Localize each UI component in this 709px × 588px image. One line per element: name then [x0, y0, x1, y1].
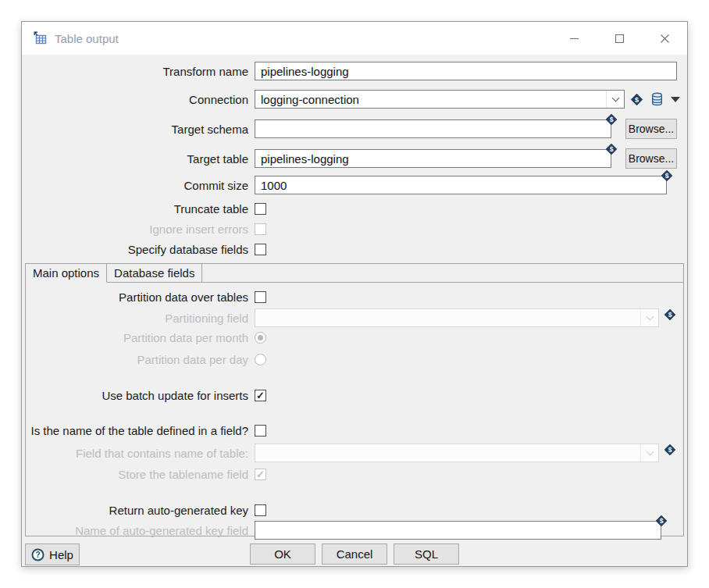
field-with-table-name-combobox — [255, 444, 659, 462]
transform-name-label: Transform name — [22, 65, 255, 78]
tabbar: Main options Database fields — [26, 264, 683, 283]
table-name-in-field-checkbox[interactable] — [255, 425, 266, 437]
variable-icon: $ — [664, 444, 676, 456]
auto-key-field-name-label: Name of auto-generated key field — [26, 524, 255, 537]
partition-over-tables-label: Partition data over tables — [26, 290, 255, 304]
variable-icon: $ — [664, 308, 676, 321]
cancel-button[interactable]: Cancel — [322, 543, 387, 565]
chevron-down-icon — [646, 447, 654, 455]
variable-icon: $ — [661, 169, 673, 182]
use-batch-update-label: Use batch update for inserts — [26, 389, 255, 402]
variable-icon: $ — [605, 113, 618, 126]
ignore-insert-errors-checkbox — [255, 223, 266, 235]
browse-schema-button[interactable]: Browse... — [625, 119, 677, 139]
truncate-table-label: Truncate table — [22, 202, 255, 216]
browse-table-button[interactable]: Browse... — [625, 148, 677, 169]
partitioning-field-combobox — [255, 308, 659, 327]
variable-icon: $ — [605, 143, 618, 155]
target-table-label: Target table — [22, 152, 255, 166]
tab-database-fields[interactable]: Database fields — [107, 264, 202, 283]
chevron-down-icon — [646, 312, 654, 320]
partition-per-month-radio — [255, 332, 266, 344]
minimize-button[interactable] — [551, 22, 597, 55]
svg-text:$: $ — [660, 517, 664, 525]
store-tablename-field-label: Store the tablename field — [26, 468, 255, 481]
specify-database-fields-checkbox[interactable] — [255, 244, 266, 255]
transform-name-input[interactable] — [255, 62, 677, 80]
ok-button[interactable]: OK — [250, 543, 315, 565]
return-auto-key-label: Return auto-generated key — [26, 504, 255, 517]
table-output-step-icon — [32, 30, 48, 46]
variable-icon: $ — [655, 515, 668, 527]
svg-text:$: $ — [610, 145, 614, 153]
partition-over-tables-checkbox[interactable] — [255, 291, 266, 303]
return-auto-key-checkbox[interactable] — [255, 504, 266, 516]
main-form: Transform name Connection logging-connec… — [22, 55, 687, 256]
database-icon[interactable] — [650, 92, 664, 106]
connection-label: Connection — [22, 93, 255, 106]
variable-icon: $ — [630, 93, 643, 106]
svg-text:?: ? — [36, 551, 41, 559]
chevron-down-icon — [611, 94, 619, 102]
field-with-table-name-label: Field that contains name of table: — [26, 447, 255, 460]
titlebar: Table output — [22, 22, 687, 55]
partitioning-field-label: Partitioning field — [26, 312, 255, 325]
partition-per-day-radio — [255, 354, 266, 365]
partition-per-month-label: Partition data per month — [26, 331, 255, 344]
maximize-button[interactable] — [597, 22, 642, 55]
partition-per-day-label: Partition data per day — [26, 353, 255, 366]
help-icon: ? — [31, 548, 45, 561]
target-schema-input[interactable] — [255, 119, 611, 138]
connection-value: logging-connection — [261, 93, 606, 106]
help-button[interactable]: ? Help — [25, 543, 80, 565]
ignore-insert-errors-label: Ignore insert errors — [22, 223, 255, 236]
target-table-input[interactable] — [255, 149, 611, 168]
options-tabfolder: Main options Database fields Partition d… — [25, 263, 684, 536]
commit-size-label: Commit size — [22, 179, 255, 192]
dialog-footer: ? Help OK Cancel SQL — [22, 543, 687, 565]
table-name-in-field-label: Is the name of the table defined in a fi… — [26, 424, 255, 437]
close-icon — [660, 34, 670, 44]
tab-main-options[interactable]: Main options — [26, 264, 107, 283]
table-output-dialog: Table output Transform name Connection l… — [21, 21, 688, 567]
specify-database-fields-label: Specify database fields — [22, 243, 255, 256]
svg-text:$: $ — [610, 116, 614, 123]
auto-key-field-name-input[interactable] — [255, 521, 661, 540]
connection-menu-caret-icon[interactable] — [671, 97, 680, 102]
target-schema-label: Target schema — [22, 123, 255, 136]
svg-text:$: $ — [635, 95, 639, 103]
minimize-icon — [569, 34, 579, 44]
store-tablename-field-checkbox — [255, 469, 266, 480]
sql-button[interactable]: SQL — [394, 543, 459, 565]
connection-combobox[interactable]: logging-connection — [255, 90, 625, 109]
svg-text:$: $ — [668, 311, 672, 319]
svg-text:$: $ — [665, 172, 669, 180]
commit-size-input[interactable] — [255, 176, 667, 194]
svg-text:$: $ — [668, 446, 672, 454]
use-batch-update-checkbox[interactable] — [255, 390, 266, 401]
truncate-table-checkbox[interactable] — [255, 203, 266, 215]
main-options-panel: Partition data over tables Partitioning … — [26, 283, 683, 540]
window-controls — [551, 22, 687, 55]
close-button[interactable] — [642, 22, 687, 55]
window-title: Table output — [55, 32, 551, 45]
maximize-icon — [615, 34, 625, 44]
